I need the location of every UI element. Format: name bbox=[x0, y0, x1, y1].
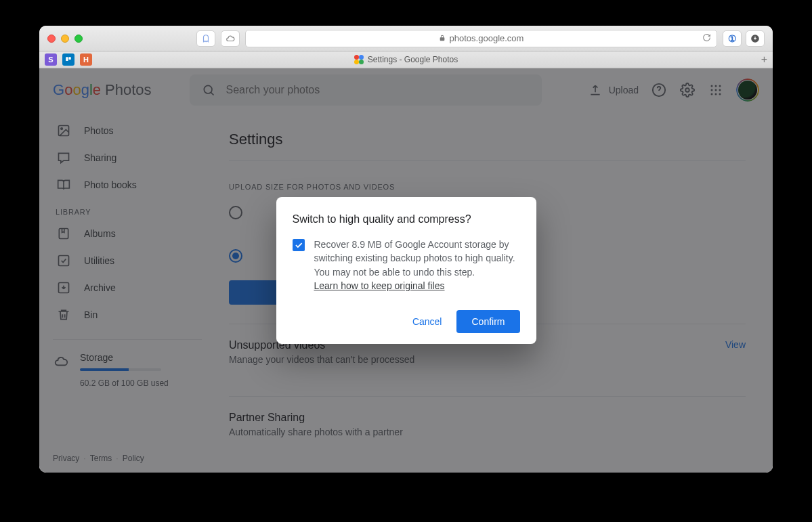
modal-overlay[interactable]: Switch to high quality and compress? Rec… bbox=[39, 68, 773, 473]
window-controls bbox=[47, 35, 83, 43]
url-text: photos.google.com bbox=[450, 33, 524, 43]
svg-rect-2 bbox=[68, 57, 70, 60]
browser-window: photos.google.com ① S H Settings - Goo bbox=[39, 26, 773, 473]
compress-dialog: Switch to high quality and compress? Rec… bbox=[276, 197, 536, 344]
tab-bar: S H Settings - Google Photos + bbox=[39, 51, 773, 68]
learn-more-link[interactable]: Learn how to keep original files bbox=[314, 280, 445, 291]
favorite-icon-trello[interactable] bbox=[62, 53, 74, 66]
fullscreen-window-button[interactable] bbox=[74, 35, 83, 43]
tab-title: Settings - Google Photos bbox=[39, 55, 773, 64]
minimize-window-button[interactable] bbox=[61, 35, 69, 43]
favorite-icon-1[interactable]: S bbox=[45, 53, 57, 66]
new-tab-button[interactable]: + bbox=[761, 53, 767, 66]
dialog-title: Switch to high quality and compress? bbox=[293, 213, 520, 225]
favorite-icon-h[interactable]: H bbox=[80, 53, 92, 66]
icloud-icon[interactable] bbox=[221, 30, 240, 47]
extension-ghostery-icon[interactable] bbox=[196, 30, 215, 47]
cancel-button[interactable]: Cancel bbox=[404, 310, 450, 333]
downloads-icon[interactable] bbox=[746, 30, 765, 47]
close-window-button[interactable] bbox=[47, 35, 56, 43]
address-bar[interactable]: photos.google.com bbox=[245, 30, 717, 47]
google-photos-favicon bbox=[354, 55, 364, 64]
google-photos-app: Google Photos Upload bbox=[39, 68, 773, 473]
lock-icon bbox=[439, 35, 446, 43]
svg-rect-1 bbox=[66, 57, 68, 61]
extension-1password-icon[interactable]: ① bbox=[723, 30, 742, 47]
confirm-button[interactable]: Confirm bbox=[456, 310, 519, 333]
recover-storage-checkbox[interactable] bbox=[293, 239, 305, 251]
dialog-body-text: Recover 8.9 MB of Google Account storage… bbox=[314, 238, 520, 292]
reload-icon[interactable] bbox=[702, 33, 711, 44]
titlebar: photos.google.com ① bbox=[39, 26, 773, 51]
